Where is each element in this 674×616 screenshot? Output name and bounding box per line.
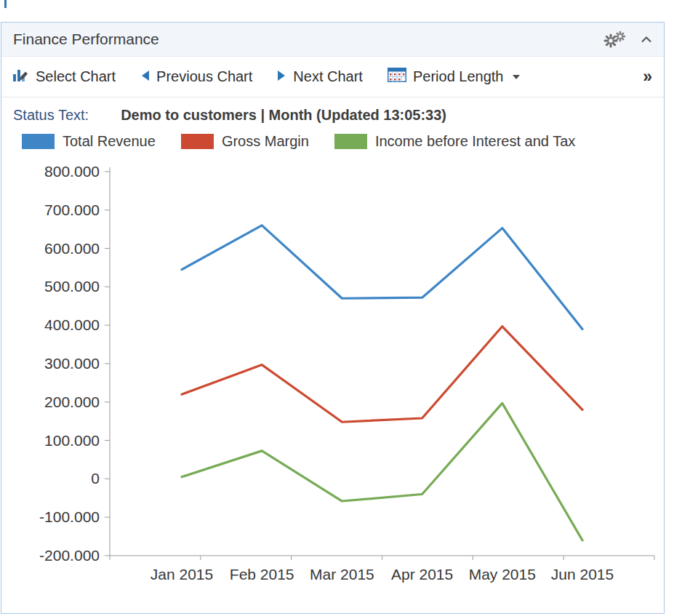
calendar-grid-icon [388, 68, 406, 86]
svg-text:300.000: 300.000 [44, 355, 100, 372]
svg-text:Apr 2015: Apr 2015 [391, 566, 453, 583]
legend-swatch-blue [22, 134, 55, 149]
svg-text:Mar 2015: Mar 2015 [310, 566, 374, 583]
toolbar-overflow-button[interactable]: » [643, 68, 652, 85]
svg-text:Jun 2015: Jun 2015 [551, 566, 614, 583]
svg-text:0: 0 [91, 470, 100, 487]
legend-swatch-green [334, 134, 367, 149]
clipped-ui-artifact [4, 0, 7, 8]
svg-text:200.000: 200.000 [44, 393, 100, 410]
next-chart-button[interactable]: Next Chart [277, 68, 363, 85]
legend-item-total-revenue: Total Revenue [22, 132, 156, 150]
legend-item-gross-margin: Gross Margin [181, 132, 309, 150]
select-chart-button[interactable]: Select Chart [12, 67, 116, 87]
page-title: Finance Performance [13, 31, 159, 48]
previous-chart-button[interactable]: Previous Chart [140, 68, 252, 85]
chart-area: 800.000700.000600.000500.000400.000300.0… [1, 154, 664, 612]
legend-label: Total Revenue [63, 132, 156, 150]
legend-label: Income before Interest and Tax [375, 132, 575, 150]
chart-toolbar: Select Chart Previous Chart Next Chart [1, 57, 664, 97]
svg-text:600.000: 600.000 [44, 240, 100, 257]
legend-label: Gross Margin [222, 132, 309, 150]
finance-performance-panel: Finance Performance [1, 22, 665, 614]
period-length-label: Period Length [413, 68, 504, 85]
next-chart-label: Next Chart [293, 68, 363, 85]
panel-title-bar: Finance Performance [1, 23, 664, 57]
previous-chart-label: Previous Chart [156, 68, 252, 85]
select-chart-icon [12, 67, 29, 87]
svg-text:-200.000: -200.000 [39, 547, 100, 564]
status-row: Status Text: Demo to customers | Month (… [1, 97, 664, 125]
triangle-right-icon [277, 68, 286, 85]
status-label: Status Text: [13, 106, 89, 124]
status-value: Demo to customers | Month (Updated 13:05… [121, 106, 446, 124]
svg-text:Jan 2015: Jan 2015 [151, 566, 213, 583]
svg-text:100.000: 100.000 [44, 432, 100, 449]
svg-text:Feb 2015: Feb 2015 [230, 566, 294, 583]
svg-text:700.000: 700.000 [44, 201, 100, 218]
legend-item-income: Income before Interest and Tax [334, 132, 575, 150]
collapse-chevron-icon[interactable] [641, 36, 652, 43]
svg-text:May 2015: May 2015 [469, 566, 536, 583]
svg-text:400.000: 400.000 [44, 316, 100, 333]
select-chart-label: Select Chart [36, 68, 116, 85]
triangle-left-icon [140, 68, 150, 85]
chart-legend: Total Revenue Gross Margin Income before… [1, 125, 664, 154]
svg-text:800.000: 800.000 [44, 163, 100, 180]
legend-swatch-red [181, 134, 214, 149]
svg-text:-100.000: -100.000 [39, 508, 100, 525]
caret-down-icon [513, 75, 520, 79]
finance-chart-svg: 800.000700.000600.000500.000400.000300.0… [1, 154, 664, 609]
period-length-dropdown[interactable]: Period Length [388, 68, 521, 86]
svg-text:500.000: 500.000 [44, 278, 100, 295]
gear-icon[interactable] [603, 31, 626, 48]
